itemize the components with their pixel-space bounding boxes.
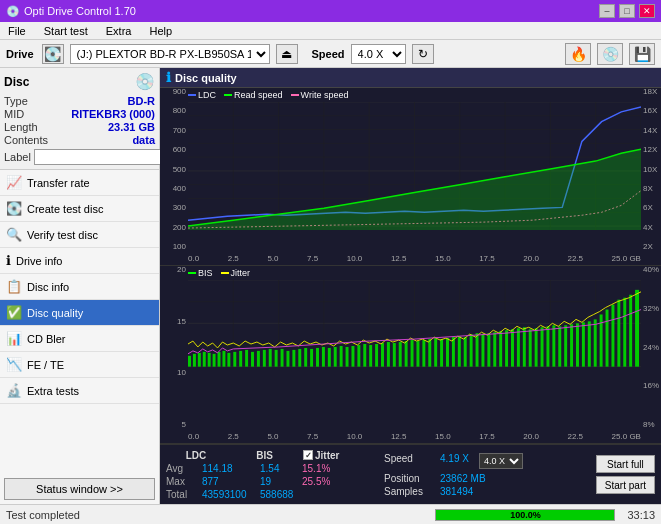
nav-transfer-rate-label: Transfer rate (27, 177, 90, 189)
svg-rect-102 (570, 324, 573, 366)
svg-rect-79 (434, 338, 437, 367)
nav-cd-bler[interactable]: 📊 CD Bler (0, 326, 159, 352)
svg-rect-74 (405, 341, 408, 367)
nav-extra-tests-label: Extra tests (27, 385, 79, 397)
nav-disc-quality-label: Disc quality (27, 307, 83, 319)
nav-verify-test-disc[interactable]: 🔍 Verify test disc (0, 222, 159, 248)
menu-start-test[interactable]: Start test (40, 24, 92, 38)
chart1-x-axis: 0.0 2.5 5.0 7.5 10.0 12.5 15.0 17.5 20.0… (188, 255, 641, 263)
menu-help[interactable]: Help (145, 24, 176, 38)
nav-create-test-disc[interactable]: 💽 Create test disc (0, 196, 159, 222)
start-part-button[interactable]: Start part (596, 476, 655, 494)
max-key: Max (166, 476, 196, 487)
svg-rect-46 (239, 351, 242, 367)
window-controls: – □ ✕ (599, 4, 655, 18)
svg-rect-43 (222, 351, 225, 367)
svg-rect-59 (316, 348, 319, 367)
eject-button[interactable]: ⏏ (276, 44, 298, 64)
chart-bis: BIS Jitter 20 15 10 5 40% 32% 24% 16% 8% (160, 266, 661, 444)
time-display: 33:13 (627, 509, 655, 521)
refresh-button[interactable]: ↻ (412, 44, 434, 64)
transfer-rate-icon: 📈 (6, 175, 22, 190)
legend-ldc: LDC (188, 90, 216, 100)
menu-extra[interactable]: Extra (102, 24, 136, 38)
close-button[interactable]: ✕ (639, 4, 655, 18)
svg-rect-73 (399, 342, 402, 367)
nav-fe-te-label: FE / TE (27, 359, 64, 371)
disc-quality-header: ℹ Disc quality (160, 68, 661, 88)
label-input[interactable] (34, 149, 167, 165)
chart2-y-axis-left: 20 15 10 5 (160, 266, 188, 429)
disc-quality-header-label: Disc quality (175, 72, 237, 84)
chart1-y-axis-left: 900 800 700 600 500 400 300 200 100 (160, 88, 188, 251)
status-window-button[interactable]: Status window >> (4, 478, 155, 500)
svg-rect-88 (487, 333, 490, 366)
drive-bar: Drive 💽 (J:) PLEXTOR BD-R PX-LB950SA 1.0… (0, 40, 661, 68)
position-value: 23862 MB (440, 473, 486, 484)
progress-text: 100.0% (436, 510, 614, 520)
nav-disc-info[interactable]: 📋 Disc info (0, 274, 159, 300)
svg-rect-98 (546, 326, 549, 366)
disc-type-key: Type (4, 95, 28, 107)
ldc-header: LDC (166, 450, 226, 461)
extra-tests-icon: 🔬 (6, 383, 22, 398)
svg-rect-80 (440, 339, 443, 367)
svg-rect-84 (464, 337, 467, 367)
nav-disc-quality[interactable]: ✅ Disc quality (0, 300, 159, 326)
svg-rect-96 (535, 328, 538, 366)
svg-rect-63 (340, 346, 343, 367)
svg-rect-86 (476, 333, 479, 366)
svg-rect-66 (357, 345, 360, 367)
nav-extra-tests[interactable]: 🔬 Extra tests (0, 378, 159, 404)
legend-write-speed: Write speed (291, 90, 349, 100)
fe-te-icon: 📉 (6, 357, 22, 372)
app-title: Opti Drive Control 1.70 (24, 5, 136, 17)
max-jitter-val: 25.5% (302, 476, 330, 487)
save-button[interactable]: 💾 (629, 43, 655, 65)
disc-button[interactable]: 💿 (597, 43, 623, 65)
svg-rect-94 (523, 327, 526, 366)
svg-rect-50 (263, 350, 266, 367)
max-ldc-val: 877 (202, 476, 254, 487)
nav-transfer-rate[interactable]: 📈 Transfer rate (0, 170, 159, 196)
start-full-button[interactable]: Start full (596, 455, 655, 473)
disc-header: Disc 💿 (4, 72, 155, 91)
disc-info-icon: 📋 (6, 279, 22, 294)
svg-rect-39 (203, 352, 206, 367)
disc-row-length: Length 23.31 GB (4, 121, 155, 133)
nav-fe-te[interactable]: 📉 FE / TE (0, 352, 159, 378)
status-bar: Test completed 100.0% 33:13 (0, 504, 661, 524)
minimize-button[interactable]: – (599, 4, 615, 18)
svg-rect-85 (470, 334, 473, 366)
svg-rect-62 (334, 347, 337, 367)
disc-type-val: BD-R (128, 95, 156, 107)
disc-contents-val: data (132, 134, 155, 146)
svg-rect-104 (582, 322, 585, 366)
speed-select[interactable]: 4.0 X (351, 44, 406, 64)
svg-rect-45 (233, 352, 236, 367)
maximize-button[interactable]: □ (619, 4, 635, 18)
speed-select-stats[interactable]: 4.0 X (479, 453, 523, 469)
svg-rect-42 (218, 352, 221, 367)
svg-rect-57 (304, 348, 307, 367)
disc-mid-key: MID (4, 108, 24, 120)
nav-disc-info-label: Disc info (27, 281, 69, 293)
burn-icon-button[interactable]: 🔥 (565, 43, 591, 65)
svg-rect-72 (393, 343, 396, 367)
svg-rect-82 (452, 337, 455, 367)
avg-bis-val: 1.54 (260, 463, 296, 474)
max-bis-val: 19 (260, 476, 296, 487)
chart1-y-axis-right: 18X 16X 14X 12X 10X 8X 6X 4X 2X (641, 88, 661, 251)
legend-read-speed: Read speed (224, 90, 283, 100)
jitter-checkbox-area[interactable]: ✓ Jitter (303, 450, 339, 461)
svg-rect-69 (375, 344, 378, 367)
drive-icon: 💽 (42, 44, 64, 64)
drive-select[interactable]: (J:) PLEXTOR BD-R PX-LB950SA 1.06 (70, 44, 270, 64)
nav-drive-info[interactable]: ℹ Drive info (0, 248, 159, 274)
menu-file[interactable]: File (4, 24, 30, 38)
bis-header: BIS (242, 450, 287, 461)
avg-ldc-val: 114.18 (202, 463, 254, 474)
svg-rect-60 (322, 347, 325, 367)
jitter-checkbox[interactable]: ✓ (303, 450, 313, 460)
nav-cd-bler-label: CD Bler (27, 333, 66, 345)
